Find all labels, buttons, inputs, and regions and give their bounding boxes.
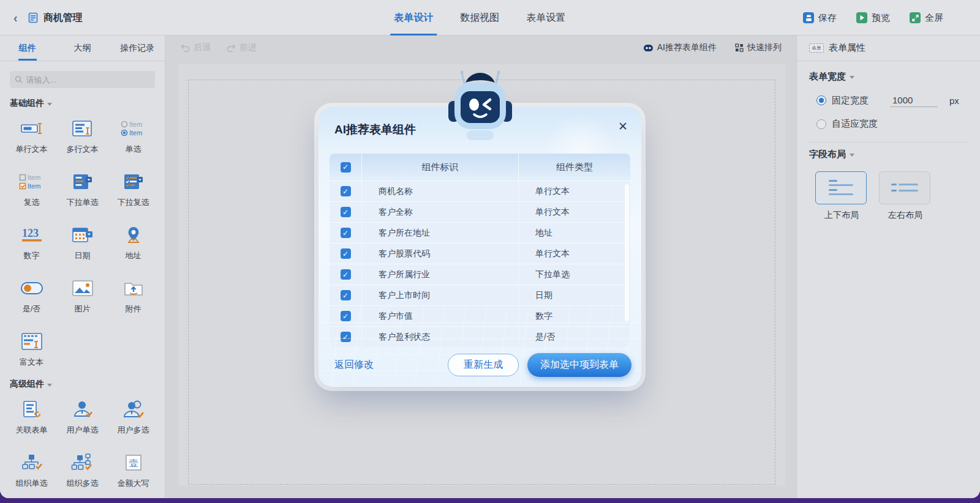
row-checkbox[interactable]: ✓: [341, 311, 351, 321]
component-type-cell: 日期: [519, 290, 630, 301]
sidebar-tab-outline[interactable]: 大纲: [55, 35, 110, 61]
component-label: 附件: [126, 304, 141, 315]
component-label: 单选: [126, 144, 141, 155]
tab-form-settings[interactable]: 表单设置: [526, 0, 565, 35]
ai-robot-icon: [643, 44, 654, 52]
ai-recommend-button[interactable]: AI推荐表单组件: [643, 42, 717, 53]
row-checkbox[interactable]: ✓: [341, 207, 351, 217]
user-single-icon: [72, 398, 94, 420]
page-title: 商机管理: [43, 12, 83, 24]
component-single-line-text[interactable]: 单行文本: [6, 117, 57, 155]
component-checkbox-group[interactable]: ItemItem复选: [6, 171, 57, 208]
table-scrollbar[interactable]: [625, 183, 629, 342]
row-checkbox[interactable]: ✓: [341, 269, 351, 280]
ai-recommend-modal: AI推荐表单组件 ✕ ✓ 组件标识 组件类型 ✓商机名称单行文本✓客户全称单行文…: [318, 107, 641, 387]
search-icon: [15, 75, 23, 84]
component-currency-caps[interactable]: 壹金额大写: [108, 452, 159, 489]
tab-data-view[interactable]: 数据视图: [460, 0, 499, 35]
row-checkbox[interactable]: ✓: [341, 228, 351, 238]
scrollbar-thumb[interactable]: [625, 184, 629, 321]
radio-selected-icon[interactable]: [816, 95, 826, 105]
component-org-multi[interactable]: 组织多选: [57, 452, 108, 489]
component-label: 复选: [24, 197, 40, 208]
component-toggle[interactable]: 是/否: [6, 277, 57, 315]
row-checkbox[interactable]: ✓: [341, 248, 351, 259]
quick-arrange-button[interactable]: 快速排列: [735, 42, 782, 53]
radio-unselected-icon[interactable]: [816, 119, 826, 129]
linked-form-icon: [21, 398, 42, 420]
back-icon[interactable]: ‹: [11, 11, 20, 25]
component-number[interactable]: 123数字: [6, 224, 57, 261]
layout-option-vertical[interactable]: 上下布局: [815, 171, 868, 221]
component-label: 用户单选: [67, 425, 99, 436]
sidebar-tabs: 组件 大纲 操作记录: [0, 35, 165, 61]
row-checkbox[interactable]: ✓: [341, 186, 351, 196]
component-user-multi[interactable]: 用户多选: [108, 398, 159, 436]
layout-option-horizontal[interactable]: 左右布局: [879, 171, 932, 221]
redo-button[interactable]: 前进: [227, 42, 257, 53]
undo-button[interactable]: 后退: [181, 42, 211, 53]
component-dropdown-multi[interactable]: 下拉复选: [108, 171, 159, 208]
app-window: ‹ 商机管理 表单设计 数据视图 表单设置 保存 预览: [0, 0, 980, 498]
component-type-cell: 是/否: [519, 332, 630, 343]
regenerate-button[interactable]: 重新生成: [448, 354, 519, 376]
component-org-single[interactable]: 组织单选: [6, 452, 57, 489]
component-label: 日期: [75, 250, 91, 261]
component-attachment[interactable]: 附件: [108, 277, 159, 315]
fullscreen-label: 全屏: [925, 12, 943, 24]
top-header: ‹ 商机管理 表单设计 数据视图 表单设置 保存 预览: [0, 0, 980, 35]
undo-icon: [181, 44, 190, 52]
svg-text:Item: Item: [129, 129, 142, 136]
component-type-cell: 单行文本: [519, 207, 630, 218]
adaptive-width-option[interactable]: 自适应宽度: [816, 118, 968, 130]
component-type-cell: 单行文本: [519, 248, 630, 259]
column-header-name: 组件标识: [361, 154, 519, 181]
adaptive-width-label: 自适应宽度: [832, 118, 878, 130]
component-dropdown-single[interactable]: 下拉单选: [57, 171, 108, 208]
chevron-down-icon: [47, 103, 52, 106]
component-address[interactable]: 地址: [108, 224, 159, 261]
chevron-down-icon: [47, 384, 52, 387]
row-checkbox[interactable]: ✓: [341, 332, 351, 342]
section-title[interactable]: 高级组件: [0, 379, 165, 390]
form-width-section-title[interactable]: 表单宽度: [809, 71, 968, 83]
sidebar-tab-history[interactable]: 操作记录: [110, 35, 165, 61]
component-type-cell: 单行文本: [519, 186, 630, 197]
row-checkbox[interactable]: ✓: [341, 290, 351, 300]
checkbox-group-icon: ItemItem: [18, 171, 45, 193]
component-radio-group[interactable]: ItemItem单选: [108, 117, 159, 155]
component-rich-text[interactable]: 富文本: [6, 330, 57, 368]
back-to-edit-link[interactable]: 返回修改: [334, 359, 374, 371]
search-input[interactable]: [26, 75, 150, 84]
fixed-width-option[interactable]: 固定宽度 px: [816, 94, 968, 107]
component-type-cell: 下拉单选: [519, 269, 630, 280]
single-line-text-icon: [20, 117, 43, 140]
component-label: 组织单选: [16, 478, 48, 489]
component-type-cell: 地址: [519, 228, 630, 239]
table-row: ✓客户市值数字: [330, 305, 630, 326]
field-layout-section-title[interactable]: 字段布局: [809, 149, 968, 160]
component-name-cell: 客户市值: [361, 306, 519, 326]
section-title[interactable]: 基础组件: [0, 98, 165, 109]
tab-form-design[interactable]: 表单设计: [394, 0, 433, 35]
component-label: 关联表单: [16, 425, 48, 436]
component-multi-line-text[interactable]: 多行文本: [57, 117, 108, 155]
width-value-input[interactable]: [890, 94, 938, 107]
chevron-down-icon: [850, 154, 854, 157]
fullscreen-button[interactable]: 全屏: [910, 12, 943, 24]
svg-text:Item: Item: [129, 121, 142, 128]
component-image[interactable]: 图片: [57, 277, 108, 315]
save-button[interactable]: 保存: [803, 12, 837, 24]
select-all-checkbox[interactable]: ✓: [341, 162, 351, 173]
component-linked-form[interactable]: 关联表单: [6, 398, 57, 436]
component-name-cell: 客户上市时间: [361, 285, 519, 305]
add-selected-button[interactable]: 添加选中项到表单: [527, 353, 631, 377]
close-icon[interactable]: ✕: [618, 121, 628, 132]
number-icon: 123: [20, 224, 43, 246]
component-date[interactable]: 日期: [57, 224, 108, 261]
preview-button[interactable]: 预览: [856, 12, 890, 24]
component-section: 基础组件单行文本多行文本ItemItem单选ItemItem复选下拉单选下拉复选…: [0, 98, 165, 369]
column-header-type: 组件类型: [519, 162, 630, 173]
component-user-single[interactable]: 用户单选: [57, 398, 108, 436]
sidebar-tab-components[interactable]: 组件: [0, 35, 55, 61]
